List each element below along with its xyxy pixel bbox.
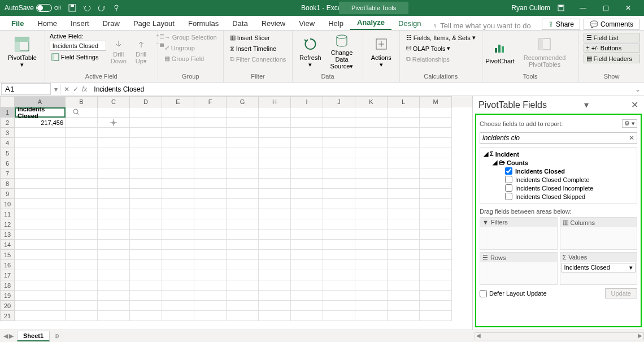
- tree-item-0[interactable]: Incidents Closed: [481, 167, 636, 175]
- cell-D19[interactable]: [130, 291, 162, 301]
- cell-D10[interactable]: [130, 199, 162, 209]
- cell-D18[interactable]: [130, 280, 162, 291]
- cell-K1[interactable]: [355, 107, 388, 118]
- cell-M6[interactable]: [420, 158, 452, 168]
- cell-A6[interactable]: [15, 158, 66, 168]
- cell-M20[interactable]: [420, 301, 452, 311]
- fields-items-sets-button[interactable]: ☷Fields, Items, & Sets ▾: [404, 33, 477, 42]
- cell-A13[interactable]: [15, 230, 66, 240]
- panel-dropdown-icon[interactable]: ▾: [584, 99, 589, 110]
- cell-B21[interactable]: [66, 311, 98, 321]
- tree-item-1[interactable]: Incidents Closed Complete: [481, 175, 636, 184]
- cell-B15[interactable]: [66, 250, 98, 260]
- cell-H10[interactable]: [259, 199, 291, 209]
- cell-G5[interactable]: [227, 148, 259, 158]
- ungroup-button[interactable]: ⤢Ungroup: [163, 43, 219, 53]
- cell-C1[interactable]: [98, 107, 130, 118]
- panel-gear-icon[interactable]: ⚙ ▾: [622, 119, 637, 128]
- tab-page-layout[interactable]: Page Layout: [127, 17, 181, 30]
- panel-close-icon[interactable]: ✕: [631, 99, 638, 110]
- cell-K3[interactable]: [355, 128, 388, 138]
- cell-G21[interactable]: [227, 311, 259, 321]
- close-button[interactable]: ✕: [617, 0, 639, 16]
- cell-F15[interactable]: [194, 250, 227, 260]
- cell-J9[interactable]: [323, 189, 355, 199]
- cell-L7[interactable]: [388, 168, 420, 179]
- col-header-K[interactable]: K: [355, 96, 388, 107]
- cell-L4[interactable]: [388, 138, 420, 148]
- cell-J10[interactable]: [323, 199, 355, 209]
- cell-H3[interactable]: [259, 128, 291, 138]
- cell-D15[interactable]: [130, 250, 162, 260]
- row-header-7[interactable]: 7: [0, 168, 15, 179]
- row-header-5[interactable]: 5: [0, 148, 15, 158]
- cell-A16[interactable]: [15, 260, 66, 270]
- enter-formula-icon[interactable]: ✓: [73, 85, 79, 93]
- cell-E5[interactable]: [162, 148, 194, 158]
- cell-J1[interactable]: [323, 107, 355, 118]
- formula-expand-icon[interactable]: ⌄: [632, 85, 644, 93]
- cell-K6[interactable]: [355, 158, 388, 168]
- row-header-11[interactable]: 11: [0, 209, 15, 219]
- cell-C14[interactable]: [98, 240, 130, 250]
- maximize-button[interactable]: ▢: [594, 0, 617, 16]
- cell-M19[interactable]: [420, 291, 452, 301]
- cell-C20[interactable]: [98, 301, 130, 311]
- fx-icon[interactable]: fx: [82, 85, 87, 93]
- tab-analyze[interactable]: Analyze: [350, 16, 391, 30]
- cell-K17[interactable]: [355, 270, 388, 280]
- cell-C9[interactable]: [98, 189, 130, 199]
- cell-J21[interactable]: [323, 311, 355, 321]
- cell-C12[interactable]: [98, 219, 130, 230]
- cell-K4[interactable]: [355, 138, 388, 148]
- field-checkbox-3[interactable]: [505, 193, 512, 200]
- cell-L11[interactable]: [388, 209, 420, 219]
- cell-G16[interactable]: [227, 260, 259, 270]
- row-header-20[interactable]: 20: [0, 301, 15, 311]
- cell-I15[interactable]: [291, 250, 323, 260]
- cell-M10[interactable]: [420, 199, 452, 209]
- cell-C6[interactable]: [98, 158, 130, 168]
- field-search-box[interactable]: ✕: [480, 132, 637, 144]
- cell-B19[interactable]: [66, 291, 98, 301]
- cell-A21[interactable]: [15, 311, 66, 321]
- cell-D13[interactable]: [130, 230, 162, 240]
- cell-B13[interactable]: [66, 230, 98, 240]
- cell-G18[interactable]: [227, 280, 259, 291]
- cell-G12[interactable]: [227, 219, 259, 230]
- cell-I13[interactable]: [291, 230, 323, 240]
- cell-G3[interactable]: [227, 128, 259, 138]
- formula-input[interactable]: Incidents Closed: [90, 84, 632, 94]
- cell-E4[interactable]: [162, 138, 194, 148]
- relationships-button[interactable]: ⧉Relationships: [404, 54, 477, 64]
- cell-L13[interactable]: [388, 230, 420, 240]
- cell-A1[interactable]: Incidents Closed: [15, 107, 66, 118]
- cell-M11[interactable]: [420, 209, 452, 219]
- tab-draw[interactable]: Draw: [96, 17, 127, 30]
- cell-J14[interactable]: [323, 240, 355, 250]
- cell-B6[interactable]: [66, 158, 98, 168]
- field-list-button[interactable]: ☰Field List: [584, 33, 640, 42]
- tab-home[interactable]: Home: [31, 17, 64, 30]
- rec-pivottables-button[interactable]: Recommended PivotTables: [516, 33, 574, 70]
- field-checkbox-1[interactable]: [505, 176, 512, 183]
- col-header-F[interactable]: F: [194, 96, 227, 107]
- pivottable-button[interactable]: PivotTable▾: [5, 33, 40, 70]
- cell-M7[interactable]: [420, 168, 452, 179]
- cell-F11[interactable]: [194, 209, 227, 219]
- cell-A5[interactable]: [15, 148, 66, 158]
- cell-J12[interactable]: [323, 219, 355, 230]
- cell-D6[interactable]: [130, 158, 162, 168]
- row-header-21[interactable]: 21: [0, 311, 15, 321]
- cell-A12[interactable]: [15, 219, 66, 230]
- change-data-source-button[interactable]: Change Data Source▾: [325, 33, 358, 70]
- cell-F4[interactable]: [194, 138, 227, 148]
- user-name[interactable]: Ryan Cullom: [511, 4, 550, 12]
- cell-I9[interactable]: [291, 189, 323, 199]
- cell-F6[interactable]: [194, 158, 227, 168]
- quick-analysis-icon[interactable]: [72, 108, 80, 116]
- cell-D14[interactable]: [130, 240, 162, 250]
- cell-I21[interactable]: [291, 311, 323, 321]
- cell-D8[interactable]: [130, 179, 162, 189]
- cell-F9[interactable]: [194, 189, 227, 199]
